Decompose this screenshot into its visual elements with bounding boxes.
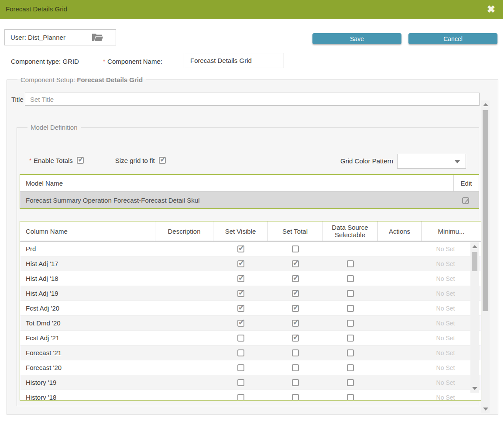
- description-cell: [155, 331, 213, 345]
- scroll-down-arrow-icon[interactable]: [483, 408, 488, 411]
- options-row: * Enable Totals Size grid to fit: [29, 155, 166, 165]
- cancel-button[interactable]: Cancel: [408, 33, 497, 44]
- inner-scrollbar-thumb[interactable]: [472, 252, 477, 271]
- component-name-input[interactable]: [184, 53, 284, 68]
- description-cell: [155, 271, 213, 286]
- column-name-cell: Hist Adj '19: [20, 286, 155, 301]
- set-total-checkbox[interactable]: [292, 320, 299, 327]
- size-grid-checkbox[interactable]: [159, 157, 166, 164]
- required-asterisk: *: [29, 157, 31, 164]
- set-visible-checkbox[interactable]: [237, 364, 244, 371]
- data-source-checkbox[interactable]: [347, 275, 354, 282]
- actions-cell: [378, 360, 422, 375]
- outer-scrollbar-thumb[interactable]: [483, 110, 488, 311]
- actions-cell: [378, 271, 422, 286]
- model-definition-section: Model Definition * Enable Totals Size gr…: [17, 127, 479, 406]
- data-source-checkbox[interactable]: [347, 320, 354, 327]
- enable-totals-label: Enable Totals: [34, 157, 73, 164]
- close-icon[interactable]: ✖: [487, 3, 495, 15]
- table-row: Hist Adj '19 No Set: [20, 286, 481, 301]
- actions-cell: [378, 301, 422, 315]
- table-row: Forecast '20 No Set: [20, 360, 481, 375]
- title-input[interactable]: [25, 93, 480, 106]
- set-total-checkbox[interactable]: [292, 335, 299, 342]
- column-name-cell: Fcst Adj '21: [20, 331, 155, 345]
- data-source-checkbox[interactable]: [347, 364, 354, 371]
- actions-cell: [378, 331, 422, 345]
- description-cell: [155, 316, 213, 330]
- component-type-label: Component type: GRID: [11, 58, 79, 65]
- columns-table-body: Prd No Set Hist Adj '17 No Set Hist Adj …: [20, 242, 481, 400]
- set-total-checkbox[interactable]: [292, 349, 299, 356]
- data-source-checkbox[interactable]: [347, 335, 354, 342]
- columns-table-header: Column Name Description Set Visible Set …: [20, 221, 481, 242]
- enable-totals-checkbox[interactable]: [77, 157, 84, 164]
- user-selector[interactable]: User: Dist_Planner: [4, 29, 116, 45]
- data-source-checkbox[interactable]: [347, 379, 354, 386]
- set-visible-checkbox[interactable]: [237, 260, 244, 267]
- data-source-checkbox[interactable]: [347, 290, 354, 297]
- set-visible-checkbox[interactable]: [237, 335, 244, 342]
- description-cell: [155, 256, 213, 271]
- set-visible-checkbox[interactable]: [237, 275, 244, 282]
- column-name-cell: Forecast '20: [20, 360, 155, 375]
- user-label: User: Dist_Planner: [5, 34, 92, 41]
- set-visible-checkbox[interactable]: [237, 394, 244, 401]
- set-visible-header: Set Visible: [213, 221, 268, 241]
- set-visible-checkbox[interactable]: [237, 245, 244, 252]
- model-name-header: Model Name: [20, 175, 453, 191]
- set-visible-checkbox[interactable]: [237, 290, 244, 297]
- scroll-up-arrow-icon[interactable]: [472, 245, 477, 248]
- chevron-down-icon: [455, 160, 460, 163]
- description-cell: [155, 286, 213, 301]
- data-source-checkbox[interactable]: [347, 394, 354, 401]
- table-row: History '18 No Set: [20, 390, 481, 400]
- component-name-label: *Component Name:: [103, 58, 162, 65]
- column-name-cell: Forecast '21: [20, 346, 155, 360]
- actions-cell: [378, 346, 422, 360]
- set-visible-checkbox[interactable]: [237, 305, 244, 312]
- column-name-cell: Hist Adj '17: [20, 256, 155, 271]
- dialog-title: Forecast Details Grid: [6, 5, 67, 13]
- edit-pencil-icon: [462, 196, 471, 205]
- set-visible-checkbox[interactable]: [237, 349, 244, 356]
- inner-scrollbar[interactable]: [470, 242, 479, 393]
- set-total-header: Set Total: [268, 221, 322, 241]
- data-source-checkbox[interactable]: [347, 260, 354, 267]
- column-name-cell: Tot Dmd '20: [20, 316, 155, 330]
- description-cell: [155, 346, 213, 360]
- table-row: Tot Dmd '20 No Set: [20, 316, 481, 331]
- scroll-down-arrow-icon[interactable]: [472, 387, 477, 390]
- actions-cell: [378, 242, 422, 256]
- column-name-cell: Prd: [20, 242, 155, 256]
- actions-cell: [378, 286, 422, 301]
- description-cell: [155, 375, 213, 390]
- set-total-checkbox[interactable]: [292, 290, 299, 297]
- table-row: Fcst Adj '21 No Set: [20, 331, 481, 346]
- columns-table: Column Name Description Set Visible Set …: [20, 221, 481, 401]
- model-table-row[interactable]: Forecast Summary Operation Forecast-Fore…: [20, 192, 479, 208]
- set-visible-checkbox[interactable]: [237, 320, 244, 327]
- set-total-checkbox[interactable]: [292, 305, 299, 312]
- set-total-checkbox[interactable]: [292, 364, 299, 371]
- set-total-checkbox[interactable]: [292, 379, 299, 386]
- set-total-checkbox[interactable]: [292, 245, 299, 252]
- set-visible-checkbox[interactable]: [237, 379, 244, 386]
- data-source-checkbox[interactable]: [347, 305, 354, 312]
- edit-cell[interactable]: [453, 192, 479, 208]
- table-row: Hist Adj '17 No Set: [20, 256, 481, 271]
- save-button[interactable]: Save: [312, 33, 401, 44]
- description-cell: [155, 360, 213, 375]
- table-row: Prd No Set: [20, 242, 481, 256]
- component-setup-legend: Component Setup: Forecast Details Grid: [17, 75, 146, 84]
- set-total-checkbox[interactable]: [292, 260, 299, 267]
- actions-cell: [378, 256, 422, 271]
- data-source-checkbox[interactable]: [347, 349, 354, 356]
- outer-scrollbar[interactable]: [481, 100, 490, 413]
- description-cell: [155, 390, 213, 400]
- scroll-up-arrow-icon[interactable]: [483, 103, 488, 106]
- grid-color-pattern-dropdown[interactable]: [397, 154, 466, 169]
- set-total-checkbox[interactable]: [292, 275, 299, 282]
- table-row: Fcst Adj '20 No Set: [20, 301, 481, 316]
- set-total-checkbox[interactable]: [292, 394, 299, 401]
